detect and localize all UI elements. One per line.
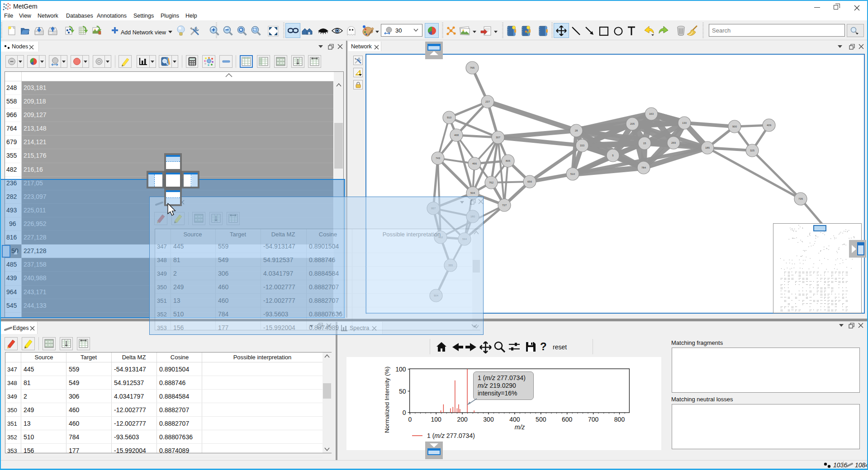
svg-text:1 (m/z 277.0734): 1 (m/z 277.0734) — [427, 432, 475, 439]
svg-text:727: 727 — [502, 204, 507, 207]
svg-text:205: 205 — [630, 122, 635, 125]
svg-text:100: 100 — [395, 366, 406, 373]
svg-text:m/z: m/z — [515, 423, 525, 431]
svg-text:600: 600 — [562, 416, 573, 423]
svg-text:735: 735 — [798, 197, 803, 200]
svg-text:656: 656 — [527, 180, 532, 183]
svg-text:800: 800 — [614, 416, 625, 423]
svg-text:900: 900 — [732, 125, 737, 128]
svg-text:300: 300 — [483, 416, 494, 423]
svg-text:400: 400 — [509, 416, 520, 423]
svg-text:784: 784 — [641, 166, 646, 169]
svg-text:510: 510 — [570, 173, 575, 175]
svg-text:269: 269 — [671, 141, 676, 144]
svg-text:700: 700 — [588, 416, 599, 423]
svg-text:910: 910 — [447, 116, 452, 119]
svg-text:50: 50 — [399, 388, 406, 395]
svg-text:409: 409 — [767, 124, 772, 127]
svg-text:15: 15 — [643, 142, 646, 145]
svg-text:163: 163 — [649, 113, 654, 115]
svg-text:325: 325 — [750, 149, 755, 152]
svg-text:762: 762 — [489, 181, 494, 184]
svg-text:743: 743 — [436, 157, 441, 160]
svg-text:130: 130 — [682, 122, 687, 124]
svg-text:28: 28 — [575, 129, 578, 132]
svg-text:307: 307 — [496, 136, 501, 139]
svg-text:504: 504 — [470, 192, 475, 194]
svg-text:200: 200 — [457, 416, 468, 423]
svg-text:468: 468 — [454, 134, 459, 136]
svg-text:237: 237 — [485, 100, 490, 103]
svg-text:185: 185 — [705, 146, 710, 149]
svg-text:466: 466 — [472, 162, 477, 165]
svg-text:0: 0 — [408, 416, 412, 423]
svg-text:0: 0 — [403, 409, 406, 416]
svg-text:333: 333 — [580, 144, 585, 147]
svg-text:100: 100 — [431, 416, 442, 423]
svg-text:765: 765 — [470, 66, 475, 69]
svg-text:805: 805 — [506, 160, 511, 162]
svg-text:500: 500 — [536, 416, 546, 423]
